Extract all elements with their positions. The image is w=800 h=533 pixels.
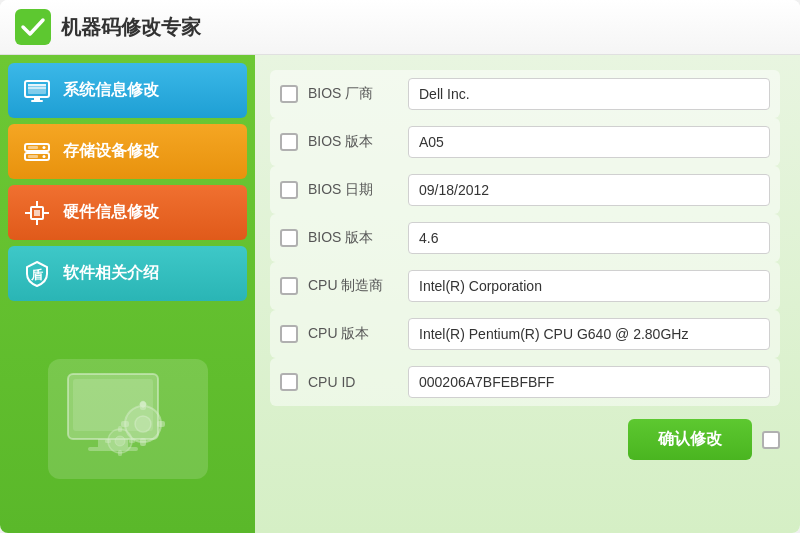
svg-point-33 (115, 436, 125, 446)
right-panel: BIOS 厂商BIOS 版本BIOS 日期BIOS 版本CPU 制造商CPU 版… (255, 55, 800, 533)
gear-bg (48, 359, 208, 479)
svg-rect-3 (28, 84, 46, 86)
confirm-button[interactable]: 确认修改 (628, 419, 752, 460)
field-row: BIOS 版本 (270, 118, 780, 166)
field-checkbox-3[interactable] (280, 229, 298, 247)
field-label-6: CPU ID (308, 374, 398, 390)
main-content: 系统信息修改 存储设备修改 (0, 55, 800, 533)
svg-rect-14 (34, 210, 40, 216)
hardware-info-icon (23, 199, 51, 227)
svg-rect-34 (118, 426, 122, 432)
field-input-5[interactable] (408, 318, 770, 350)
field-checkbox-5[interactable] (280, 325, 298, 343)
sidebar-label-storage-device: 存储设备修改 (63, 141, 159, 162)
svg-rect-6 (31, 100, 43, 102)
app-title: 机器码修改专家 (61, 14, 201, 41)
svg-rect-12 (28, 155, 38, 158)
sidebar-item-hardware-info[interactable]: 硬件信息修改 (8, 185, 247, 240)
storage-device-icon (23, 138, 51, 166)
sidebar-item-storage-device[interactable]: 存储设备修改 (8, 124, 247, 179)
software-intro-icon: 盾 (23, 260, 51, 288)
svg-rect-37 (129, 439, 135, 443)
svg-rect-11 (28, 146, 38, 149)
gear-svg (58, 369, 198, 469)
svg-rect-36 (105, 439, 111, 443)
field-row: CPU 制造商 (270, 262, 780, 310)
sidebar-label-hardware-info: 硬件信息修改 (63, 202, 159, 223)
field-row: BIOS 日期 (270, 166, 780, 214)
field-checkbox-6[interactable] (280, 373, 298, 391)
app-container: 机器码修改专家 系统信息修改 (0, 0, 800, 533)
svg-point-8 (43, 146, 46, 149)
field-checkbox-4[interactable] (280, 277, 298, 295)
svg-rect-35 (118, 450, 122, 456)
svg-rect-0 (15, 9, 51, 45)
svg-rect-28 (121, 421, 129, 427)
field-input-2[interactable] (408, 174, 770, 206)
field-input-6[interactable] (408, 366, 770, 398)
field-row: BIOS 厂商 (270, 70, 780, 118)
field-input-1[interactable] (408, 126, 770, 158)
field-checkbox-2[interactable] (280, 181, 298, 199)
field-input-0[interactable] (408, 78, 770, 110)
sidebar-item-software-intro[interactable]: 盾 软件相关介绍 (8, 246, 247, 301)
field-input-4[interactable] (408, 270, 770, 302)
field-row: CPU ID (270, 358, 780, 406)
svg-rect-29 (157, 421, 165, 427)
fields-container: BIOS 厂商BIOS 版本BIOS 日期BIOS 版本CPU 制造商CPU 版… (270, 70, 780, 406)
svg-rect-27 (140, 438, 146, 446)
field-row: BIOS 版本 (270, 214, 780, 262)
bottom-area: 确认修改 (270, 414, 780, 460)
svg-text:盾: 盾 (30, 268, 44, 282)
field-row: CPU 版本 (270, 310, 780, 358)
sidebar-label-software-intro: 软件相关介绍 (63, 263, 159, 284)
field-label-4: CPU 制造商 (308, 277, 398, 295)
field-label-2: BIOS 日期 (308, 181, 398, 199)
gear-illustration (0, 304, 255, 533)
app-logo (15, 9, 51, 45)
field-label-0: BIOS 厂商 (308, 85, 398, 103)
field-label-1: BIOS 版本 (308, 133, 398, 151)
system-info-icon (23, 77, 51, 105)
svg-rect-4 (28, 87, 46, 89)
field-input-3[interactable] (408, 222, 770, 254)
sidebar: 系统信息修改 存储设备修改 (0, 55, 255, 533)
field-checkbox-1[interactable] (280, 133, 298, 151)
svg-rect-5 (34, 97, 40, 100)
bottom-checkbox[interactable] (762, 431, 780, 449)
sidebar-item-system-info[interactable]: 系统信息修改 (8, 63, 247, 118)
field-label-5: CPU 版本 (308, 325, 398, 343)
svg-point-10 (43, 155, 46, 158)
title-bar: 机器码修改专家 (0, 0, 800, 55)
sidebar-label-system-info: 系统信息修改 (63, 80, 159, 101)
svg-point-25 (135, 416, 151, 432)
field-label-3: BIOS 版本 (308, 229, 398, 247)
field-checkbox-0[interactable] (280, 85, 298, 103)
